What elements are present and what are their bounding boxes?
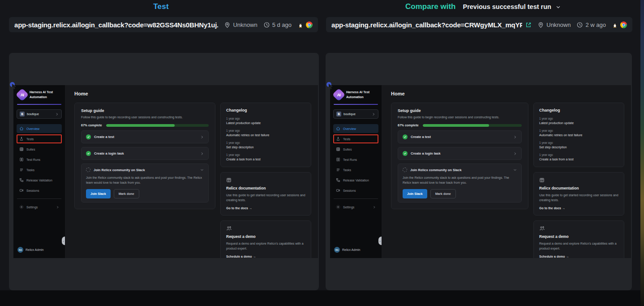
sidebar-item-tasks: Tasks [333, 165, 378, 174]
location-label: Unknown [233, 22, 257, 28]
progress-label: 67% complete [81, 124, 102, 127]
test-url: app-staging.relicx.ai/login_callback?cod… [14, 21, 218, 29]
unchecked-circle-icon [403, 168, 407, 172]
sidebar-item-settings: Settings [333, 203, 378, 211]
user-footer: RA Relicx Admin [333, 246, 378, 254]
project-badge: B [20, 112, 25, 116]
sidebar-item-label: Overview [26, 127, 39, 130]
project-name: boutique [27, 112, 39, 116]
grid-icon [19, 147, 24, 151]
sidebar-item-label: Tests [26, 138, 34, 141]
linux-penguin-icon [612, 22, 618, 28]
sidebar-item-label: Tests [343, 138, 350, 141]
cursor-arrow-icon [328, 84, 333, 89]
sidebar-divider [334, 198, 378, 199]
list-icon [19, 168, 24, 172]
sidebar-item-label: Overview [343, 127, 356, 130]
sidebar-item-label: Test Runs [343, 158, 357, 161]
avatar: RA [334, 247, 340, 253]
linux-penguin-icon [297, 22, 304, 28]
home-icon [19, 126, 24, 131]
gear-icon [336, 205, 340, 209]
task-join-slack: Join Relicx community on Slack Join the … [398, 164, 522, 203]
progress-label: 67% complete [398, 124, 419, 127]
sidebar-item-label: Release Validation [26, 179, 52, 182]
mark-done-button: Mark done [114, 189, 139, 198]
test-panel: Test app-staging.relicx.ai/login_callbac… [0, 0, 322, 306]
sidebar-item-overview: Overview [333, 124, 378, 133]
home-icon [336, 126, 340, 131]
brand-name: Harness AI TestAutomation [346, 90, 369, 99]
sidebar-item-label: Sessions [26, 189, 39, 192]
changelog-time: 1 year ago [539, 117, 618, 120]
compare-run-dropdown[interactable]: Previous successful test run [463, 3, 560, 10]
chevron-right-icon [372, 112, 375, 116]
chevron-right-icon [513, 135, 517, 139]
app-sidebar: AI Harness AI TestAutomation B boutique … [13, 85, 65, 258]
project-selector: B boutique [333, 109, 378, 119]
test-url-bar: app-staging.relicx.ai/login_callback?cod… [9, 17, 318, 32]
brand-divider [17, 104, 61, 105]
people-icon [539, 226, 545, 231]
setup-guide-card: Setup guide Follow this guide to begin r… [74, 103, 215, 209]
compare-panel-header: Compare with Previous successful test ru… [322, 0, 644, 13]
progress-bar [106, 124, 209, 127]
task-create-login-task: Create a login task [81, 147, 209, 160]
setup-guide-description: Follow this guide to begin recording use… [81, 116, 209, 119]
changelog-text: Set step description [226, 146, 305, 149]
app-screenshot-image[interactable]: AI Harness AI TestAutomation B boutique … [13, 85, 318, 258]
sidebar-collapse-handle: ‹ [378, 237, 382, 245]
chevron-right-icon [200, 135, 204, 139]
sidebar-item-release-validation: Release Validation [333, 176, 378, 185]
sidebar-item-label: Suites [343, 148, 352, 151]
location-meta: Unknown [224, 22, 257, 28]
adjacent-screenshot-sliver[interactable] [640, 0, 644, 306]
documentation-title: Relicx documentation [539, 186, 618, 190]
changelog-text: Create a task from a test [226, 158, 305, 161]
mark-done-button: Mark done [430, 189, 456, 198]
test-panel-header: Test [0, 0, 322, 13]
compare-url: app-staging.relicx.ai/login_callback?cod… [331, 21, 522, 29]
columns-icon [336, 157, 340, 162]
compare-screenshot-frame[interactable]: AI Harness AI TestAutomation B boutique … [326, 53, 632, 290]
changelog-entry: 1 year ago Latest production update [539, 117, 618, 125]
setup-guide-card: Setup guide Follow this guide to begin r… [391, 103, 528, 209]
age-meta: 2 w ago [576, 22, 606, 28]
sidebar-item-label: Release Validation [343, 179, 369, 182]
changelog-time: 1 year ago [226, 129, 305, 132]
changelog-text: Create a task from a test [539, 158, 618, 161]
sidebar-item-tasks: Tasks [17, 165, 62, 174]
join-slack-button: Join Slack [403, 189, 427, 198]
location-label: Unknown [546, 22, 571, 28]
page-bottom-strip [0, 290, 644, 306]
setup-guide-title: Setup guide [398, 108, 522, 113]
sidebar-item-sessions: Sessions [17, 186, 62, 195]
progress-bar [423, 124, 522, 127]
demo-card: Request a demo Request a demo and explor… [533, 220, 624, 258]
task-join-slack: Join Relicx community on Slack Join the … [81, 164, 209, 203]
sidebar-item-label: Settings [343, 206, 354, 209]
cursor-arrow-icon [12, 84, 17, 89]
test-screenshot-frame[interactable]: AI Harness AI TestAutomation B boutique … [9, 53, 319, 290]
sidebar-item-suites: Suites [333, 145, 378, 154]
changelog-entry: 1 year ago Automatic retries on test fai… [226, 129, 305, 137]
sidebar-item-label: Test Runs [26, 158, 40, 161]
brand-divider [334, 104, 378, 105]
external-link-icon[interactable] [525, 22, 532, 28]
project-name: boutique [343, 112, 356, 116]
check-circle-icon [403, 134, 408, 139]
age-label: 2 w ago [585, 22, 606, 28]
task-create-login-task: Create a login task [398, 147, 522, 160]
os-browser-meta [612, 22, 627, 28]
sidebar-divider [17, 198, 61, 199]
demo-description: Request a demo and explore Relicx's capa… [539, 241, 618, 251]
clock-icon [263, 22, 270, 28]
changelog-title: Changelog [226, 108, 305, 112]
test-comparison-page: Test app-staging.relicx.ai/login_callbac… [0, 0, 644, 306]
task-create-test: Create a test [81, 130, 209, 143]
cursor-position-marker [10, 82, 19, 91]
task-label: Create a test [94, 135, 114, 139]
sidebar-item-tests: Tests [333, 134, 378, 143]
app-screenshot-image[interactable]: AI Harness AI TestAutomation B boutique … [330, 85, 631, 258]
chevron-right-icon [513, 152, 517, 155]
